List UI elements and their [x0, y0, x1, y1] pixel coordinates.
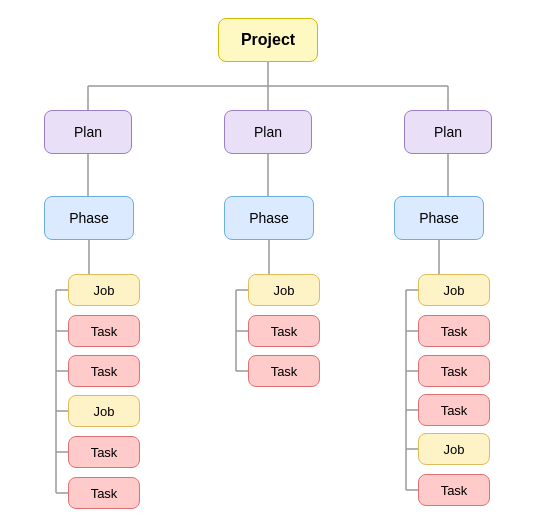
plan-node-2: Plan — [224, 110, 312, 154]
b3-job1-label: Job — [444, 283, 465, 298]
b1-job2-label: Job — [94, 404, 115, 419]
b1-task1-label: Task — [91, 324, 118, 339]
branch1-task-2: Task — [68, 355, 140, 387]
phase-node-2: Phase — [224, 196, 314, 240]
b3-job2-label: Job — [444, 442, 465, 457]
phase-3-label: Phase — [419, 210, 459, 226]
plan-1-label: Plan — [74, 124, 102, 140]
project-node: Project — [218, 18, 318, 62]
branch1-job-1: Job — [68, 274, 140, 306]
plan-node-3: Plan — [404, 110, 492, 154]
b3-task3-label: Task — [441, 403, 468, 418]
b1-task4-label: Task — [91, 486, 118, 501]
plan-3-label: Plan — [434, 124, 462, 140]
branch3-job-2: Job — [418, 433, 490, 465]
b3-task4-label: Task — [441, 483, 468, 498]
branch1-task-4: Task — [68, 477, 140, 509]
plan-2-label: Plan — [254, 124, 282, 140]
branch3-job-1: Job — [418, 274, 490, 306]
branch1-task-1: Task — [68, 315, 140, 347]
b2-task2-label: Task — [271, 364, 298, 379]
b3-task1-label: Task — [441, 324, 468, 339]
phase-node-3: Phase — [394, 196, 484, 240]
branch3-task-3: Task — [418, 394, 490, 426]
branch2-task-1: Task — [248, 315, 320, 347]
branch1-task-3: Task — [68, 436, 140, 468]
b1-job1-label: Job — [94, 283, 115, 298]
b2-job1-label: Job — [274, 283, 295, 298]
branch2-task-2: Task — [248, 355, 320, 387]
branch3-task-2: Task — [418, 355, 490, 387]
b1-task2-label: Task — [91, 364, 118, 379]
project-label: Project — [241, 31, 295, 49]
branch3-task-4: Task — [418, 474, 490, 506]
branch3-task-1: Task — [418, 315, 490, 347]
phase-2-label: Phase — [249, 210, 289, 226]
b1-task3-label: Task — [91, 445, 118, 460]
phase-1-label: Phase — [69, 210, 109, 226]
b3-task2-label: Task — [441, 364, 468, 379]
b2-task1-label: Task — [271, 324, 298, 339]
branch2-job-1: Job — [248, 274, 320, 306]
branch1-job-2: Job — [68, 395, 140, 427]
tree-diagram: Project Plan Plan Plan Phase Phase Phase… — [0, 0, 537, 528]
phase-node-1: Phase — [44, 196, 134, 240]
plan-node-1: Plan — [44, 110, 132, 154]
